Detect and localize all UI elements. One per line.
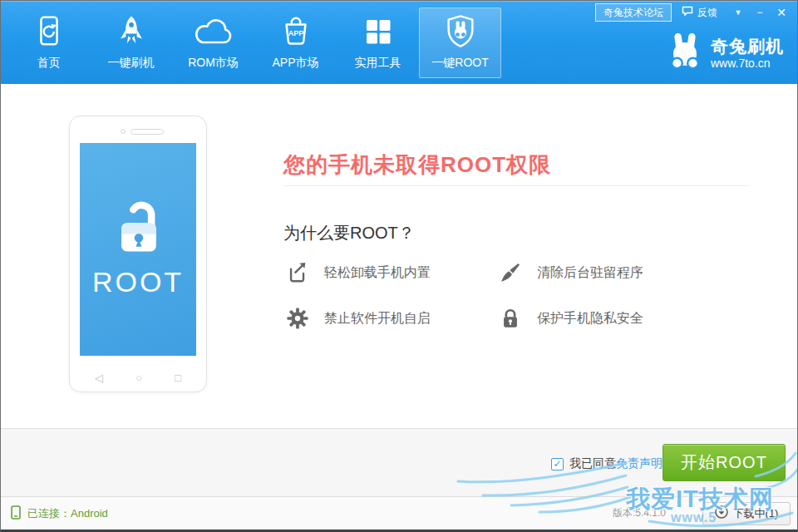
nav-item-rom-market[interactable]: ROM市场: [172, 7, 254, 78]
connection-text: 已连接：Android: [27, 506, 108, 521]
main-content: ROOT ◁ ○ □ 您的手机未取得ROOT权限 为什么要ROOT？: [1, 84, 797, 428]
rocket-icon: [114, 10, 149, 53]
agreement-row: ✓ 我已同意 免责声明: [551, 456, 663, 471]
clean-brush-icon: [499, 261, 522, 284]
titlebar-controls: 奇兔技术论坛 反馈 ▼ − ✕: [595, 3, 792, 22]
close-button[interactable]: ✕: [771, 3, 792, 22]
uninstall-icon: [286, 261, 309, 284]
feature-label: 轻松卸载手机内置: [324, 264, 431, 282]
feature-label: 清除后台驻留程序: [537, 264, 643, 282]
nav-label: 一键ROOT: [431, 56, 488, 71]
download-label: 下载中(1): [733, 506, 779, 521]
phone-connected-icon: [11, 505, 21, 522]
brand-logo: 奇兔刷机 www.7to.cn: [667, 32, 784, 74]
start-root-button[interactable]: 开始ROOT: [663, 444, 786, 481]
screen-root-label: ROOT: [92, 266, 184, 298]
minimize-button[interactable]: −: [749, 3, 771, 22]
connection-status: 已连接：Android: [11, 505, 108, 522]
feedback-button[interactable]: 反馈: [672, 3, 727, 22]
phone-camera-dot: [121, 129, 126, 134]
app-icon-text: APP: [288, 29, 303, 37]
disclaimer-link[interactable]: 免责声明: [616, 456, 663, 471]
feature-clean: 清除后台驻留程序: [499, 261, 643, 284]
feedback-label: 反馈: [697, 6, 717, 20]
why-root-heading: 为什么要ROOT？: [283, 222, 415, 244]
action-footer: ✓ 我已同意 免责声明 开始ROOT: [1, 428, 797, 496]
agree-checkbox[interactable]: ✓: [551, 458, 564, 470]
feature-autostart: 禁止软件开机自启: [286, 307, 499, 330]
nav-label: 首页: [37, 56, 61, 71]
phone-screen: ROOT: [80, 143, 196, 356]
gear-icon: [286, 307, 309, 330]
app-bag-icon: APP: [278, 10, 313, 53]
app-window: 奇兔技术论坛 反馈 ▼ − ✕ 首页: [0, 0, 798, 532]
nav-item-root[interactable]: 一键ROOT: [419, 7, 501, 78]
statusbar-right: 版本:5.4.1.0 下载中(1): [613, 502, 791, 525]
nav-item-home[interactable]: 首页: [7, 7, 90, 78]
version-text: 版本:5.4.1.0: [613, 506, 666, 520]
phone-illustration: ROOT ◁ ○ □: [69, 116, 207, 392]
lock-icon: [499, 307, 522, 330]
back-glyph: ◁: [95, 372, 103, 384]
shield-rabbit-icon: [442, 10, 479, 53]
menu-glyph: □: [175, 372, 181, 384]
nav-item-flash[interactable]: 一键刷机: [90, 7, 172, 78]
cloud-icon: [192, 10, 235, 53]
feature-label: 禁止软件开机自启: [324, 310, 431, 328]
nav-label: APP市场: [272, 56, 318, 71]
speech-bubble-icon: [682, 6, 693, 19]
nav-label: 实用工具: [355, 56, 401, 71]
page-title: 您的手机未取得ROOT权限: [283, 150, 551, 180]
feature-privacy: 保护手机隐私安全: [499, 307, 643, 330]
nav-item-tools[interactable]: 实用工具: [337, 7, 419, 78]
agree-label: 我已同意: [569, 456, 616, 471]
open-lock-icon: [102, 195, 174, 261]
feature-label: 保护手机隐私安全: [537, 310, 643, 328]
phone-nav-buttons: ◁ ○ □: [70, 372, 206, 384]
feature-list: 轻松卸载手机内置 清除后台驻留程序: [286, 261, 643, 330]
grid-icon: [362, 10, 395, 53]
main-nav: 首页 一键刷机: [7, 7, 501, 78]
feature-uninstall: 轻松卸载手机内置: [286, 261, 499, 284]
home-refresh-icon: [32, 10, 66, 53]
status-bar: 已连接：Android 版本:5.4.1.0 下载中(1): [1, 496, 797, 530]
top-navigation-bar: 奇兔技术论坛 反馈 ▼ − ✕ 首页: [1, 1, 797, 84]
phone-earpiece: [131, 129, 164, 135]
dropdown-menu-button[interactable]: ▼: [727, 3, 749, 22]
forum-button[interactable]: 奇兔技术论坛: [595, 3, 672, 22]
brand-name: 奇兔刷机: [711, 37, 784, 57]
rabbit-logo-icon: [667, 32, 703, 74]
nav-item-app-market[interactable]: APP APP市场: [254, 7, 337, 78]
nav-label: ROM市场: [188, 56, 239, 71]
brand-site: www.7to.cn: [711, 57, 784, 70]
download-progress-button[interactable]: 下载中(1): [702, 502, 791, 525]
home-glyph: ○: [135, 372, 142, 384]
nav-label: 一键刷机: [108, 56, 155, 71]
divider: [283, 185, 749, 186]
download-icon: [715, 505, 728, 521]
